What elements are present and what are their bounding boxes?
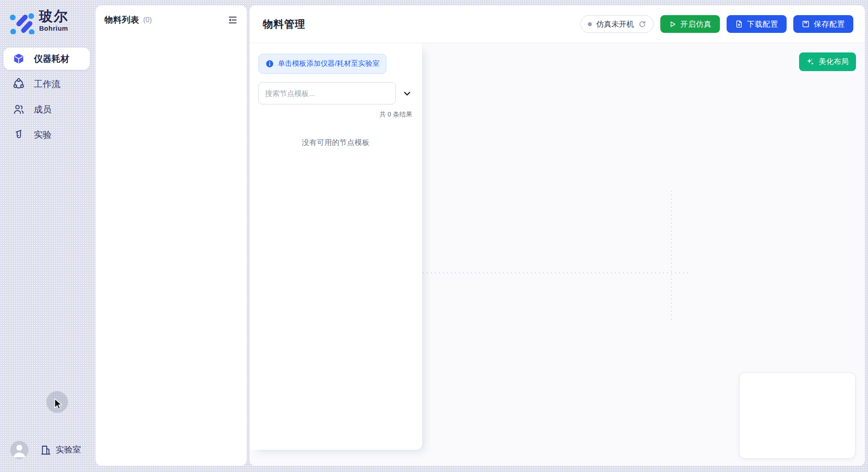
template-search-input[interactable]	[258, 82, 396, 104]
sidebar-item-label: 成员	[34, 104, 52, 116]
page-title: 物料管理	[263, 17, 305, 31]
canvas-minimap[interactable]	[739, 372, 856, 459]
beautify-layout-label: 美化布局	[819, 57, 849, 67]
sidebar-item-instruments[interactable]: 仪器耗材	[4, 48, 90, 70]
lab-canvas[interactable]: 单击模板添加仪器/耗材至实验室 共 0 条结果 没有可用的节点模板 美化布局	[249, 43, 865, 466]
sidebar-item-label: 实验	[34, 129, 52, 141]
materials-list-count: (0)	[143, 16, 152, 24]
main-header: 物料管理 仿真未开机 开启仿真	[249, 5, 865, 43]
mouse-cursor	[54, 398, 64, 409]
sidebar-item-members[interactable]: 成员	[4, 98, 90, 120]
canvas-guide-vertical	[671, 191, 672, 320]
user-avatar[interactable]	[10, 441, 28, 459]
main-panel: 物料管理 仿真未开机 开启仿真	[249, 5, 865, 466]
node-template-panel: 单击模板添加仪器/耗材至实验室 共 0 条结果 没有可用的节点模板	[249, 43, 422, 450]
download-config-button[interactable]: 下载配置	[727, 15, 787, 33]
canvas-guide-horizontal	[423, 272, 690, 273]
brand-logo-row: 玻尔 Bohrium	[7, 6, 68, 34]
play-icon	[669, 20, 676, 28]
save-icon	[802, 20, 810, 28]
empty-template-message: 没有可用的节点模板	[258, 138, 413, 148]
experiment-icon	[13, 129, 24, 140]
materials-list-panel: 物料列表 (0)	[96, 5, 247, 466]
sidebar-nav: 仪器耗材 工作流 成员	[4, 48, 90, 149]
save-config-label: 保存配置	[814, 19, 845, 29]
status-dot-icon	[588, 22, 592, 26]
cube-icon	[13, 53, 24, 64]
sidebar-item-experiments[interactable]: 实验	[4, 124, 90, 146]
search-result-count: 共 0 条结果	[258, 110, 413, 119]
materials-list-title: 物料列表	[104, 14, 139, 26]
lab-switcher[interactable]: 实验室	[40, 444, 81, 456]
lab-label: 实验室	[56, 444, 81, 456]
user-icon	[10, 441, 28, 459]
workflow-icon	[13, 78, 24, 90]
chevron-down-icon[interactable]	[402, 89, 412, 98]
sidebar: 玻尔 Bohrium 仪器耗材 工作流	[0, 0, 96, 472]
template-hint-text: 单击模板添加仪器/耗材至实验室	[278, 59, 379, 68]
info-icon	[265, 60, 274, 68]
brand-name-en: Bohrium	[39, 24, 68, 32]
download-file-icon	[735, 20, 743, 28]
sidebar-item-workflow[interactable]: 工作流	[4, 73, 90, 95]
save-config-button[interactable]: 保存配置	[793, 15, 853, 33]
refresh-icon[interactable]	[639, 20, 646, 28]
members-icon	[13, 104, 24, 115]
building-icon	[40, 444, 52, 456]
sidebar-item-label: 工作流	[34, 78, 60, 90]
download-config-label: 下载配置	[747, 19, 778, 29]
bohrium-logo-icon	[7, 6, 35, 34]
menu-fold-icon[interactable]	[227, 15, 238, 25]
brand-name-zh: 玻尔	[39, 8, 68, 24]
template-hint-banner[interactable]: 单击模板添加仪器/耗材至实验室	[258, 54, 386, 74]
simulation-status-label: 仿真未开机	[596, 19, 634, 29]
start-simulation-button[interactable]: 开启仿真	[660, 15, 720, 33]
sidebar-item-label: 仪器耗材	[34, 53, 69, 65]
beautify-layout-button[interactable]: 美化布局	[799, 52, 856, 71]
simulation-status-pill[interactable]: 仿真未开机	[580, 15, 654, 33]
sparkles-icon	[806, 58, 815, 66]
start-simulation-label: 开启仿真	[680, 19, 711, 29]
